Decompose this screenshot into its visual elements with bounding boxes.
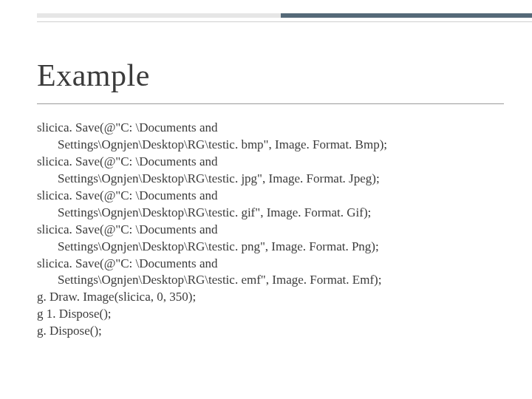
header-accent-bar bbox=[281, 13, 532, 18]
code-line: Settings\Ognjen\Desktop\RG\testic. png",… bbox=[58, 239, 501, 256]
slide: Example slicica. Save(@"C: \Documents an… bbox=[0, 0, 532, 399]
code-line: slicica. Save(@"C: \Documents and bbox=[37, 256, 501, 273]
slide-title: Example bbox=[37, 58, 150, 93]
header-thin-line bbox=[37, 21, 532, 22]
code-line: g 1. Dispose(); bbox=[37, 306, 501, 323]
code-line: slicica. Save(@"C: \Documents and bbox=[37, 222, 501, 239]
code-body: slicica. Save(@"C: \Documents and Settin… bbox=[37, 120, 501, 340]
code-line: slicica. Save(@"C: \Documents and bbox=[37, 120, 501, 137]
code-line: g. Dispose(); bbox=[37, 323, 501, 340]
code-line: Settings\Ognjen\Desktop\RG\testic. jpg",… bbox=[58, 171, 501, 188]
code-line: slicica. Save(@"C: \Documents and bbox=[37, 188, 501, 205]
code-line: g. Draw. Image(slicica, 0, 350); bbox=[37, 289, 501, 306]
code-line: Settings\Ognjen\Desktop\RG\testic. emf",… bbox=[58, 272, 501, 289]
title-underline bbox=[37, 103, 504, 104]
code-line: Settings\Ognjen\Desktop\RG\testic. gif",… bbox=[58, 205, 501, 222]
code-line: slicica. Save(@"C: \Documents and bbox=[37, 154, 501, 171]
code-line: Settings\Ognjen\Desktop\RG\testic. bmp",… bbox=[58, 137, 501, 154]
